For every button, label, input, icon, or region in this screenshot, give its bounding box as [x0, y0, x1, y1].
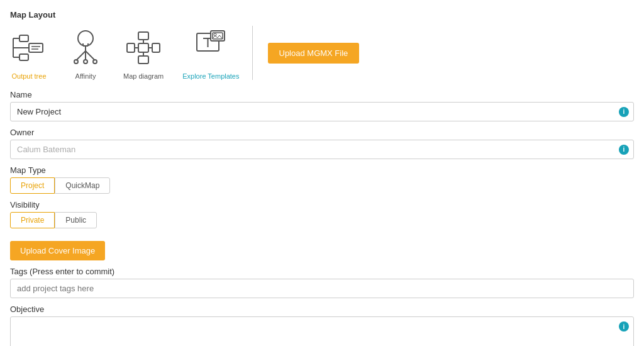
output-tree-label: Output tree [11, 72, 46, 80]
affinity-svg [67, 26, 104, 70]
name-input[interactable] [10, 102, 634, 121]
objective-info-icon: i [619, 321, 629, 332]
objective-section: Objective i [10, 304, 634, 346]
tags-input[interactable] [10, 279, 634, 298]
tags-section: Tags (Press enter to commit) [10, 267, 634, 298]
owner-section: Owner i [10, 128, 634, 159]
visibility-public-button[interactable]: Public [55, 212, 97, 228]
page-title: Map Layout [10, 10, 634, 20]
name-section: Name i [10, 90, 634, 121]
svg-rect-21 [138, 43, 148, 52]
svg-rect-9 [19, 54, 28, 60]
output-tree-svg [10, 26, 48, 70]
svg-line-17 [86, 51, 95, 60]
owner-input-wrapper: i [10, 140, 634, 159]
map-type-section: Map Type Project QuickMap [10, 165, 634, 194]
objective-label: Objective [10, 304, 634, 314]
affinity-label: Affinity [75, 72, 96, 80]
visibility-private-button[interactable]: Private [10, 212, 55, 228]
map-diagram-svg [125, 26, 162, 70]
map-type-label: Map Type [10, 165, 634, 175]
svg-rect-22 [138, 32, 148, 40]
svg-rect-25 [152, 43, 160, 52]
objective-textarea-wrapper: i [10, 316, 634, 346]
explore-templates-label: Explore Templates [182, 72, 239, 80]
svg-rect-24 [127, 43, 135, 52]
svg-point-18 [74, 60, 78, 64]
owner-info-icon: i [619, 145, 629, 155]
objective-textarea[interactable] [10, 316, 634, 346]
output-tree-icon-item[interactable]: Output tree [10, 26, 48, 80]
svg-point-19 [84, 60, 87, 64]
svg-line-15 [76, 51, 86, 60]
explore-templates-svg [192, 26, 230, 70]
visibility-section: Visibility Private Public [10, 200, 634, 228]
explore-templates-icon-item[interactable]: Explore Templates [182, 26, 239, 80]
affinity-icon-item[interactable]: Affinity [67, 26, 104, 80]
svg-rect-5 [29, 43, 43, 52]
svg-point-20 [93, 60, 97, 64]
name-info-icon: i [619, 107, 629, 117]
name-label: Name [10, 90, 634, 99]
svg-rect-23 [138, 56, 148, 64]
map-diagram-label: Map diagram [123, 72, 164, 80]
map-diagram-icon-item[interactable]: Map diagram [123, 26, 164, 80]
tags-label: Tags (Press enter to commit) [10, 267, 634, 276]
upload-mgmx-button[interactable]: Upload MGMX File [268, 43, 360, 64]
svg-rect-8 [19, 35, 28, 42]
map-type-quickmap-button[interactable]: QuickMap [55, 177, 110, 194]
owner-label: Owner [10, 128, 634, 137]
visibility-label: Visibility [10, 200, 634, 209]
visibility-toggle-group: Private Public [10, 212, 634, 228]
owner-input[interactable] [10, 140, 634, 159]
map-type-toggle-group: Project QuickMap [10, 177, 634, 194]
map-type-project-button[interactable]: Project [10, 177, 55, 194]
map-icons-group: Output tree Affinity [10, 26, 253, 80]
name-input-wrapper: i [10, 102, 634, 121]
svg-point-10 [78, 31, 93, 46]
map-layout-section: Output tree Affinity [10, 26, 634, 80]
upload-cover-button[interactable]: Upload Cover Image [10, 241, 105, 260]
